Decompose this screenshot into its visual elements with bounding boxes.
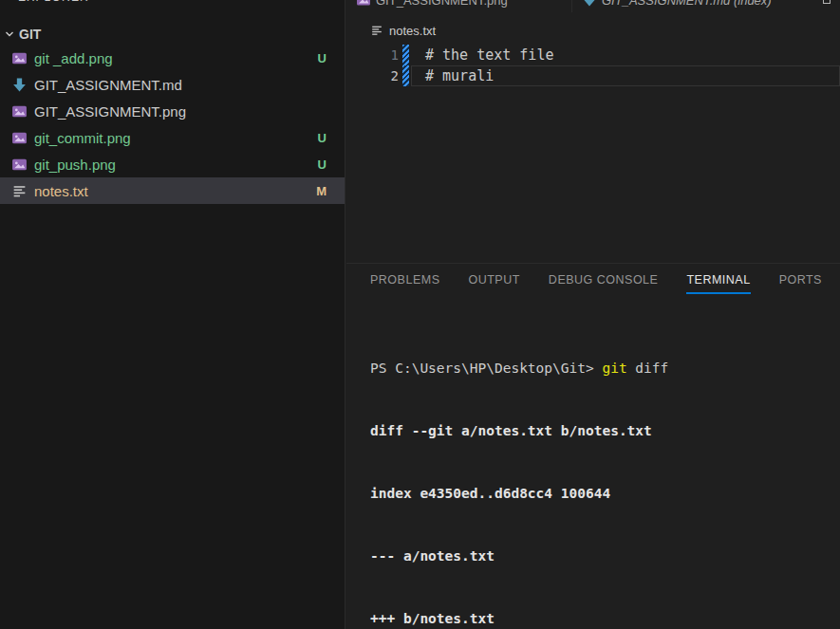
code-line-text[interactable]: # murali xyxy=(425,67,494,84)
terminal-text: --- a/notes.txt xyxy=(370,548,495,564)
terminal-line: +++ b/notes.txt xyxy=(370,608,834,629)
git-status-badge: U xyxy=(318,51,327,65)
file-name: git _add.png xyxy=(34,50,113,66)
line-number: 2 xyxy=(346,68,399,83)
file-list: git _add.png U GIT_ASSIGNMENT.md GIT_ASS… xyxy=(0,45,345,204)
code-line-text[interactable]: # the text file xyxy=(425,46,553,64)
code-line-1[interactable]: 1 # the text file xyxy=(346,45,840,65)
terminal-line: diff --git a/notes.txt b/notes.txt xyxy=(370,420,834,441)
file-name: GIT_ASSIGNMENT.png xyxy=(34,103,186,120)
tab-divider xyxy=(571,0,572,12)
explorer-sidebar: EXPLORER GIT git _add.png U GIT_ASSIGNME… xyxy=(0,0,345,629)
git-status-badge: U xyxy=(318,157,327,172)
tab-label: GIT_ASSIGNMENT.md (index) xyxy=(602,0,772,8)
text-file-icon xyxy=(370,24,383,37)
terminal-text: git xyxy=(602,361,626,376)
terminal-text: PS C:\Users\HP\Desktop\Git> xyxy=(370,361,602,376)
editor-code-area[interactable]: 1 # the text file 2 # murali xyxy=(346,45,840,86)
terminal-output[interactable]: PS C:\Users\HP\Desktop\Git> git diff dif… xyxy=(370,316,834,629)
file-name: notes.txt xyxy=(34,183,88,199)
image-icon xyxy=(11,103,28,120)
editor-pane[interactable]: notes.txt 1 # the text file 2 # murali xyxy=(346,12,840,263)
terminal-text: index e4350ed..d6d8cc4 100644 xyxy=(370,486,610,501)
terminal-line: PS C:\Users\HP\Desktop\Git> git diff xyxy=(370,358,834,379)
terminal-text: diff xyxy=(627,361,669,376)
editor-tab-bar: GIT_ASSIGNMENT.png GIT_ASSIGNMENT.md (in… xyxy=(346,0,840,12)
explorer-title-label: EXPLORER xyxy=(18,0,89,4)
section-header-git[interactable]: GIT xyxy=(0,25,345,44)
breadcrumb[interactable]: notes.txt xyxy=(370,21,436,40)
git-status-badge: U xyxy=(318,131,327,145)
editor-group: GIT_ASSIGNMENT.png GIT_ASSIGNMENT.md (in… xyxy=(346,0,840,629)
panel-tab-output[interactable]: OUTPUT xyxy=(468,273,519,294)
markdown-icon xyxy=(11,77,28,93)
pinned-tab-icon[interactable] xyxy=(823,0,831,4)
bottom-panel: PROBLEMS OUTPUT DEBUG CONSOLE TERMINAL P… xyxy=(346,263,840,629)
tab-git-assignment-png[interactable]: GIT_ASSIGNMENT.png xyxy=(346,0,571,12)
panel-tab-debug-console[interactable]: DEBUG CONSOLE xyxy=(549,273,659,294)
terminal-line: --- a/notes.txt xyxy=(370,546,834,566)
line-number: 1 xyxy=(346,47,399,63)
sidebar-item-git-push-png[interactable]: git_push.png U xyxy=(0,151,345,177)
sidebar-item-git-assignment-md[interactable]: GIT_ASSIGNMENT.md xyxy=(0,71,345,98)
git-status-badge: M xyxy=(316,184,327,198)
gutter-modified-indicator xyxy=(402,45,409,65)
tab-git-assignment-md-index[interactable]: GIT_ASSIGNMENT.md (index) xyxy=(572,0,840,12)
sidebar-item-git-add-png[interactable]: git _add.png U xyxy=(0,45,345,71)
chevron-down-icon xyxy=(2,27,17,42)
terminal-text: diff --git a/notes.txt b/notes.txt xyxy=(370,423,652,438)
code-line-2[interactable]: 2 # murali xyxy=(346,65,840,86)
panel-tab-ports[interactable]: PORTS xyxy=(779,273,822,294)
panel-tab-bar: PROBLEMS OUTPUT DEBUG CONSOLE TERMINAL P… xyxy=(346,264,840,294)
sidebar-item-notes-txt[interactable]: notes.txt M xyxy=(0,177,345,204)
image-icon xyxy=(11,130,28,146)
breadcrumb-label: notes.txt xyxy=(389,24,436,38)
image-icon xyxy=(356,0,371,8)
image-icon xyxy=(11,50,28,66)
section-label: GIT xyxy=(19,27,41,42)
markdown-icon xyxy=(582,0,597,8)
panel-tab-terminal[interactable]: TERMINAL xyxy=(686,273,750,294)
text-file-icon xyxy=(11,183,28,199)
image-icon xyxy=(11,157,28,173)
file-name: git_commit.png xyxy=(34,130,131,146)
explorer-pane-title: EXPLORER xyxy=(0,0,345,6)
panel-tab-problems[interactable]: PROBLEMS xyxy=(370,273,439,294)
sidebar-item-git-commit-png[interactable]: git_commit.png U xyxy=(0,124,345,151)
tab-label: GIT_ASSIGNMENT.png xyxy=(376,0,508,8)
terminal-line: index e4350ed..d6d8cc4 100644 xyxy=(370,483,834,504)
gutter-modified-indicator xyxy=(402,65,409,86)
file-name: GIT_ASSIGNMENT.md xyxy=(34,77,182,93)
terminal-text: +++ b/notes.txt xyxy=(370,611,495,626)
file-name: git_push.png xyxy=(34,157,116,173)
sidebar-item-git-assignment-png[interactable]: GIT_ASSIGNMENT.png xyxy=(0,98,345,124)
